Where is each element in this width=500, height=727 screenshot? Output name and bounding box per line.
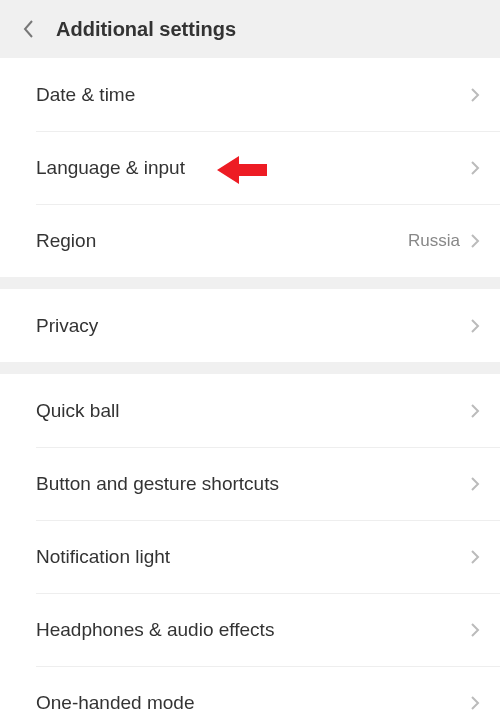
- row-notification-light[interactable]: Notification light: [0, 520, 500, 593]
- row-label: Privacy: [36, 315, 470, 337]
- chevron-right-icon: [470, 549, 480, 565]
- back-button[interactable]: [16, 17, 40, 41]
- row-date-time[interactable]: Date & time: [0, 58, 500, 131]
- row-label: Language & input: [36, 157, 470, 179]
- row-label: Button and gesture shortcuts: [36, 473, 470, 495]
- chevron-right-icon: [470, 160, 480, 176]
- row-language-input[interactable]: Language & input: [0, 131, 500, 204]
- settings-group: Quick ball Button and gesture shortcuts …: [0, 374, 500, 727]
- row-value: Russia: [408, 231, 460, 251]
- header: Additional settings: [0, 0, 500, 58]
- chevron-right-icon: [470, 87, 480, 103]
- chevron-right-icon: [470, 318, 480, 334]
- chevron-right-icon: [470, 695, 480, 711]
- row-region[interactable]: Region Russia: [0, 204, 500, 277]
- chevron-right-icon: [470, 233, 480, 249]
- row-label: Date & time: [36, 84, 470, 106]
- row-label: Headphones & audio effects: [36, 619, 470, 641]
- row-quick-ball[interactable]: Quick ball: [0, 374, 500, 447]
- chevron-right-icon: [470, 622, 480, 638]
- chevron-right-icon: [470, 403, 480, 419]
- row-label: Quick ball: [36, 400, 470, 422]
- page-title: Additional settings: [56, 18, 236, 41]
- row-privacy[interactable]: Privacy: [0, 289, 500, 362]
- settings-group: Date & time Language & input Region Russ…: [0, 58, 500, 277]
- chevron-left-icon: [22, 19, 34, 39]
- chevron-right-icon: [470, 476, 480, 492]
- settings-group: Privacy: [0, 289, 500, 362]
- row-one-handed[interactable]: One-handed mode: [0, 666, 500, 727]
- row-label: Notification light: [36, 546, 470, 568]
- row-label: One-handed mode: [36, 692, 470, 714]
- row-label: Region: [36, 230, 408, 252]
- row-headphones-audio[interactable]: Headphones & audio effects: [0, 593, 500, 666]
- row-button-gesture[interactable]: Button and gesture shortcuts: [0, 447, 500, 520]
